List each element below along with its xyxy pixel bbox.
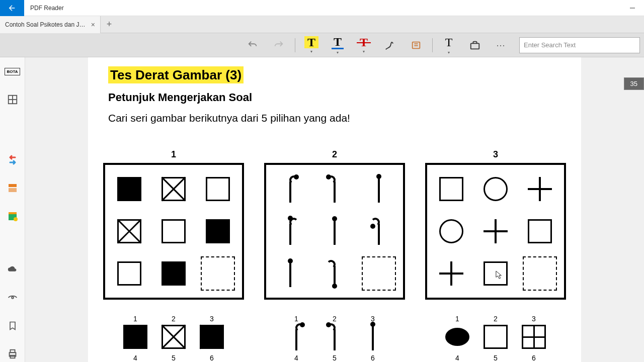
- text-icon: T: [445, 36, 453, 49]
- minimize-icon: [630, 6, 635, 11]
- page-indicator[interactable]: 35: [624, 77, 644, 90]
- app-title: PDF Reader: [24, 5, 64, 12]
- puzzle-grid: [425, 163, 566, 300]
- undo-button[interactable]: [240, 35, 265, 55]
- puzzle-row: 1: [108, 149, 561, 362]
- options-row: 1 2 3: [284, 315, 385, 349]
- tab-label: Contoh Soal Psikotes dan Jawab...: [5, 21, 87, 28]
- bota-button[interactable]: BOTA: [5, 63, 21, 79]
- puzzle-number: 3: [493, 149, 498, 160]
- options-row-2: 4 5 6: [123, 354, 224, 362]
- divider: [432, 38, 433, 52]
- puzzle-1: 1: [103, 149, 244, 362]
- chevron-down-icon: ▾: [337, 50, 339, 55]
- search-input[interactable]: Enter Search Text: [519, 37, 640, 53]
- layers-button[interactable]: [5, 180, 21, 196]
- note-tool[interactable]: [404, 35, 428, 55]
- left-rail: BOTA: [0, 57, 25, 362]
- print-icon: [7, 348, 18, 359]
- text-tool[interactable]: T ▾: [437, 35, 461, 55]
- options-row-2: 4 5 6: [284, 354, 385, 362]
- bota-icon: BOTA: [5, 68, 20, 75]
- puzzle-number: 1: [171, 149, 176, 160]
- svg-rect-9: [9, 188, 17, 192]
- doc-title: Tes Derat Gambar (3): [108, 66, 244, 83]
- ink-tool[interactable]: [378, 35, 402, 55]
- puzzle-2: 2: [264, 149, 405, 362]
- underline-tool[interactable]: T ▾: [326, 35, 350, 55]
- swap-button[interactable]: [5, 152, 21, 168]
- strikethrough-icon: T: [358, 36, 370, 48]
- svg-point-12: [14, 217, 18, 221]
- layers-icon: [7, 182, 19, 194]
- toolbar: T ▾ T ▾ T ▾ T ▾ ⋯ Enter Search Text: [0, 33, 644, 57]
- svg-rect-11: [9, 212, 17, 214]
- cloud-button[interactable]: [5, 261, 21, 278]
- puzzle-grid: [264, 163, 405, 300]
- highlight-tool[interactable]: T ▾: [299, 35, 324, 55]
- search-placeholder: Enter Search Text: [524, 41, 576, 49]
- svg-point-13: [12, 297, 14, 299]
- doc-instruction: Cari seri gambar berikutnya dari 5 pilih…: [108, 112, 561, 124]
- undo-icon: [247, 40, 258, 51]
- minimize-button[interactable]: [621, 0, 644, 16]
- document-area[interactable]: 35 Tes Derat Gambar (3) Petunjuk Mengerj…: [25, 57, 644, 362]
- options-row: 1 2 3: [123, 315, 224, 349]
- cloud-icon: [7, 264, 18, 275]
- tab-close[interactable]: ×: [91, 21, 95, 29]
- more-button[interactable]: ⋯: [489, 35, 513, 55]
- toolbox-button[interactable]: [463, 35, 487, 55]
- svg-rect-4: [471, 43, 479, 49]
- pen-icon: [384, 40, 395, 51]
- visibility-button[interactable]: [5, 290, 21, 306]
- doc-subtitle: Petunjuk Mengerjakan Soal: [108, 91, 561, 104]
- tab-bar: Contoh Soal Psikotes dan Jawab... × +: [0, 16, 644, 33]
- svg-rect-8: [9, 184, 17, 187]
- svg-rect-15: [10, 350, 15, 353]
- chevron-down-icon: ▾: [310, 49, 312, 54]
- redo-icon: [273, 40, 284, 51]
- print-button[interactable]: [5, 346, 21, 362]
- grid-icon: [7, 94, 18, 105]
- highlight-icon: T: [304, 36, 318, 48]
- swap-icon: [7, 154, 19, 166]
- redo-button[interactable]: [267, 35, 291, 55]
- title-bar: PDF Reader: [0, 0, 644, 16]
- eye-icon: [7, 292, 18, 303]
- strikethrough-tool[interactable]: T ▾: [352, 35, 376, 55]
- chevron-down-icon: ▾: [448, 50, 450, 55]
- document-page: Tes Derat Gambar (3) Petunjuk Mengerjaka…: [88, 57, 581, 362]
- bookmark-button[interactable]: [5, 318, 21, 334]
- chevron-down-icon: ▾: [363, 49, 365, 54]
- divider: [295, 38, 295, 52]
- bookmark-icon: [8, 321, 18, 331]
- note-icon: [411, 40, 422, 51]
- puzzle-number: 2: [332, 149, 337, 160]
- options-row-2: 4 5 6: [445, 354, 546, 362]
- thumbnails-button[interactable]: [5, 92, 21, 108]
- underline-icon: T: [332, 36, 344, 49]
- package-button[interactable]: [5, 208, 21, 224]
- arrow-left-icon: [8, 4, 17, 13]
- tab-add-button[interactable]: +: [101, 16, 118, 33]
- puzzle-3: 3: [425, 149, 566, 362]
- document-tab[interactable]: Contoh Soal Psikotes dan Jawab... ×: [0, 16, 101, 33]
- toolbox-icon: [469, 40, 480, 51]
- package-icon: [7, 210, 19, 222]
- back-button[interactable]: [0, 0, 24, 16]
- ellipsis-icon: ⋯: [496, 40, 506, 51]
- puzzle-grid: [103, 163, 244, 300]
- options-row: 1 2 3: [445, 315, 546, 349]
